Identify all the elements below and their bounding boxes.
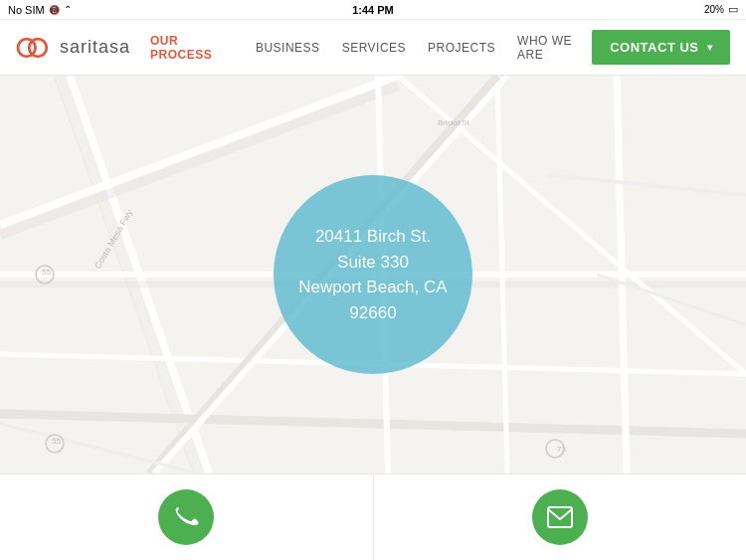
email-section: [374, 474, 747, 560]
nav-link-who-we-are[interactable]: WHO WE ARE: [517, 34, 592, 62]
wifi-icon: ⌃: [64, 4, 72, 15]
nav-link-business[interactable]: BUSINESS: [256, 41, 320, 55]
address-bubble: 20411 Birch St. Suite 330 Newport Beach,…: [274, 175, 472, 374]
logo-icon: [16, 36, 52, 60]
email-button[interactable]: [532, 489, 588, 545]
phone-button[interactable]: [158, 489, 214, 545]
battery-label: 20%: [704, 4, 724, 15]
navigation: saritasa OUR PROCESS BUSINESS SERVICES P…: [0, 20, 746, 76]
contact-us-label: CONTACT US: [610, 40, 698, 55]
nav-link-projects[interactable]: PROJECTS: [428, 41, 495, 55]
svg-text:55: 55: [42, 268, 51, 277]
battery-icon: ▭: [728, 3, 738, 16]
action-bar: [0, 473, 746, 560]
address-line4: 92660: [349, 300, 396, 326]
status-bar-left: No SIM 📵 ⌃: [8, 4, 72, 16]
email-icon: [547, 506, 573, 528]
svg-point-1: [29, 39, 47, 57]
phone-icon: [173, 504, 199, 530]
svg-text:55: 55: [52, 437, 61, 446]
address-line3: Newport Beach, CA: [298, 275, 447, 300]
nav-link-our-process[interactable]: OUR PROCESS: [150, 34, 234, 62]
phone-section: [0, 474, 374, 560]
clock: 1:44 PM: [352, 4, 394, 16]
address-line1: 20411 Birch St.: [315, 224, 431, 250]
chevron-down-icon: ▾: [707, 42, 713, 53]
svg-rect-12: [548, 507, 572, 527]
map-area: Costa Mesa Fwy Bristol St 55 55 73 20411…: [0, 76, 746, 473]
status-bar-right: 20% ▭: [704, 3, 738, 16]
address-line2: Suite 330: [337, 250, 409, 276]
carrier-label: No SIM: [8, 4, 45, 16]
nav-links: OUR PROCESS BUSINESS SERVICES PROJECTS W…: [150, 34, 592, 62]
contact-us-button[interactable]: CONTACT US ▾: [592, 30, 730, 65]
status-bar: No SIM 📵 ⌃ 1:44 PM 20% ▭: [0, 0, 746, 20]
logo-text: saritasa: [60, 37, 130, 58]
svg-text:Bristol St: Bristol St: [438, 118, 470, 127]
sim-icon: 📵: [49, 5, 60, 15]
nav-link-services[interactable]: SERVICES: [342, 41, 406, 55]
svg-text:73: 73: [557, 445, 566, 454]
logo[interactable]: saritasa: [16, 36, 130, 60]
